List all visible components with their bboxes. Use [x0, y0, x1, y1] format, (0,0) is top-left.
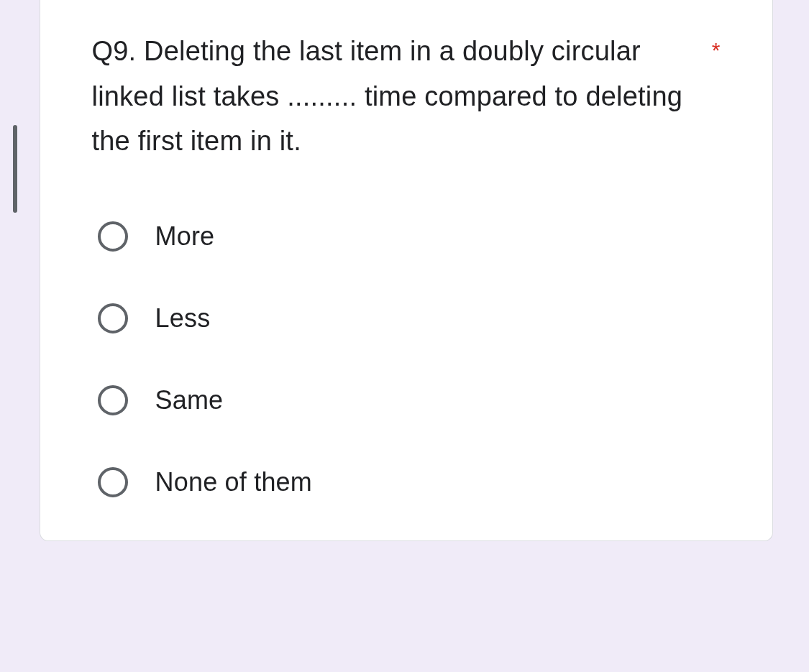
option-none-of-them[interactable]: None of them	[98, 467, 721, 497]
question-card: Q9. Deleting the last item in a doubly c…	[40, 0, 773, 541]
question-header: Q9. Deleting the last item in a doubly c…	[92, 29, 721, 164]
question-text: Q9. Deleting the last item in a doubly c…	[92, 29, 698, 164]
options-group: More Less Same None of them	[92, 221, 721, 497]
radio-icon	[98, 467, 128, 497]
radio-icon	[98, 385, 128, 415]
option-label: Same	[155, 385, 224, 415]
radio-icon	[98, 221, 128, 252]
option-label: None of them	[155, 467, 313, 497]
scroll-indicator	[13, 125, 17, 213]
option-more[interactable]: More	[98, 221, 721, 252]
option-same[interactable]: Same	[98, 385, 721, 415]
required-asterisk: *	[712, 29, 721, 68]
option-less[interactable]: Less	[98, 303, 721, 333]
radio-icon	[98, 303, 128, 333]
option-label: More	[155, 221, 215, 252]
option-label: Less	[155, 303, 211, 333]
